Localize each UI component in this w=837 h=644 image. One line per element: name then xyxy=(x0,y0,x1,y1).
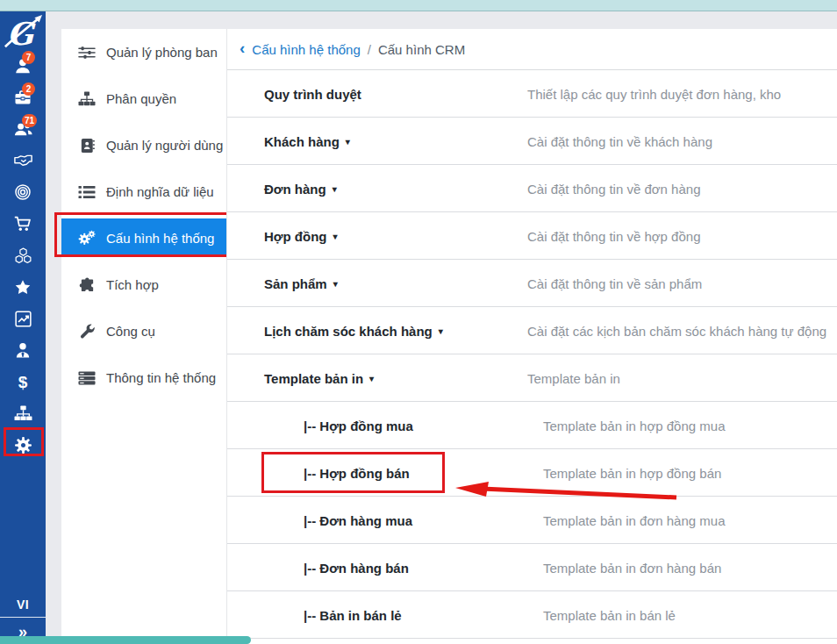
caret-down-icon: ▾ xyxy=(333,231,337,240)
sidebar-item-quan-ly-nguoi-dung[interactable]: Quản lý người dùng xyxy=(61,122,226,168)
svg-text:G: G xyxy=(7,16,36,52)
rail-item-finance[interactable]: $ xyxy=(0,366,46,397)
rail-item-settings[interactable] xyxy=(0,429,46,461)
rail-item-deals[interactable] xyxy=(0,145,46,176)
user-tie-icon xyxy=(14,341,32,359)
cogs-icon xyxy=(77,229,97,247)
address-book-icon xyxy=(77,137,97,154)
sidebar-item-label: Công cụ xyxy=(106,324,155,339)
back-chevron-icon[interactable]: ‹ xyxy=(240,39,245,56)
settings-sidebar: Quản lý phòng ban Phân quyền Quản lý ngư… xyxy=(61,29,226,644)
puzzle-icon xyxy=(77,276,97,293)
setting-label: |-- Hợp đồng mua xyxy=(304,418,413,433)
caret-down-icon: ▾ xyxy=(369,373,374,383)
setting-description: Template bản in hợp đồng bán xyxy=(543,465,721,480)
caret-down-icon: ▾ xyxy=(333,278,338,288)
wrench-icon xyxy=(77,323,97,340)
sidebar-item-label: Cấu hình hệ thống xyxy=(106,231,214,246)
rail-item-hr[interactable] xyxy=(0,334,46,366)
settings-row-hop-dong-mua[interactable]: |-- Hợp đồng mua Template bản in hợp đồn… xyxy=(227,402,837,449)
rail-item-customers[interactable]: 71 xyxy=(0,113,46,145)
setting-label: |-- Đơn hàng bán xyxy=(304,560,409,575)
sidebar-item-thong-tin-he-thong[interactable]: Thông tin hệ thống xyxy=(61,354,226,401)
settings-row-template-ban-in[interactable]: Template bản in▾ Template bản in xyxy=(227,354,837,402)
setting-description: Cài đặt thông tin về đơn hàng xyxy=(527,181,700,196)
caret-down-icon: ▾ xyxy=(333,183,337,193)
cart-icon xyxy=(14,216,32,232)
rail-item-favorites[interactable] xyxy=(0,271,46,303)
settings-row-ban-in-ban-le[interactable]: |-- Bản in bán lẻ Template bản in bán lẻ xyxy=(227,591,837,639)
sitemap-icon xyxy=(14,405,32,421)
breadcrumb-parent-link[interactable]: Cấu hình hệ thống xyxy=(252,42,360,57)
rail-item-reports[interactable] xyxy=(0,303,46,334)
sidebar-item-quan-ly-phong-ban[interactable]: Quản lý phòng ban xyxy=(61,29,226,75)
dollar-icon: $ xyxy=(18,374,28,390)
icon-rail: G 7 2 71 xyxy=(0,11,46,644)
rail-item-target[interactable] xyxy=(0,176,46,208)
settings-row-lich-cham-soc[interactable]: Lịch chăm sóc khách hàng▾ Cài đặt các kị… xyxy=(227,307,837,354)
setting-label: |-- Đơn hàng mua xyxy=(304,512,412,527)
rail-nav: 7 2 71 xyxy=(0,50,46,461)
sliders-icon xyxy=(77,46,97,60)
settings-content: ‹ Cấu hình hệ thống / Cấu hình CRM Quy t… xyxy=(226,29,837,644)
language-selector[interactable]: VI xyxy=(0,597,46,612)
settings-row-khach-hang[interactable]: Khách hàng▾ Cài đặt thông tin về khách h… xyxy=(227,118,837,165)
notification-badge: 71 xyxy=(22,114,37,127)
sidebar-item-label: Quản lý người dùng xyxy=(106,138,223,153)
handshake-icon xyxy=(13,154,33,168)
list-icon xyxy=(77,185,97,199)
settings-row-hop-dong-ban[interactable]: |-- Hợp đồng bán Template bản in hợp đồn… xyxy=(227,449,837,497)
setting-description: Thiết lập các quy trình duyệt đơn hàng, … xyxy=(527,86,781,101)
sidebar-item-label: Quản lý phòng ban xyxy=(106,45,218,60)
notification-badge: 7 xyxy=(22,51,35,64)
setting-label: Hợp đồng▾ xyxy=(264,228,338,243)
rail-item-organization[interactable] xyxy=(0,397,46,429)
target-icon xyxy=(14,183,32,201)
sidebar-item-label: Tích hợp xyxy=(106,277,159,292)
server-icon xyxy=(77,371,97,385)
app-logo-icon[interactable]: G xyxy=(2,14,44,53)
setting-label: Khách hàng▾ xyxy=(264,133,350,148)
gear-icon xyxy=(14,436,32,454)
breadcrumb: ‹ Cấu hình hệ thống / Cấu hình CRM xyxy=(227,29,837,70)
sidebar-item-tich-hop[interactable]: Tích hợp xyxy=(61,261,226,308)
sidebar-item-label: Phân quyền xyxy=(106,91,176,106)
settings-row-don-hang-ban[interactable]: |-- Đơn hàng bán Template bản in đơn hàn… xyxy=(227,544,837,591)
bottom-teal-bar xyxy=(0,636,251,644)
rail-item-toolbox[interactable]: 2 xyxy=(0,82,46,113)
setting-description: Template bản in xyxy=(527,370,620,385)
breadcrumb-current: Cấu hình CRM xyxy=(378,42,465,57)
setting-label: Sản phẩm▾ xyxy=(264,275,338,290)
setting-label: Lịch chăm sóc khách hàng▾ xyxy=(264,323,443,338)
sitemap-icon xyxy=(77,91,97,106)
settings-row-don-hang-mua[interactable]: |-- Đơn hàng mua Template bản in đơn hàn… xyxy=(227,497,837,544)
setting-description: Cài đặt thông tin về sản phẩm xyxy=(527,275,702,290)
sidebar-item-dinh-nghia-du-lieu[interactable]: Định nghĩa dữ liệu xyxy=(61,168,226,215)
window-top-strip xyxy=(0,0,837,11)
chart-line-icon xyxy=(15,311,32,327)
rail-item-products[interactable] xyxy=(0,240,46,271)
setting-description: Cài đặt thông tin về khách hàng xyxy=(527,133,712,148)
settings-row-quy-trinh-duyet[interactable]: Quy trình duyệt Thiết lập các quy trình … xyxy=(227,70,837,118)
breadcrumb-separator: / xyxy=(368,42,371,57)
settings-row-hop-dong[interactable]: Hợp đồng▾ Cài đặt thông tin về hợp đồng xyxy=(227,212,837,260)
sidebar-item-cau-hinh-he-thong[interactable]: Cấu hình hệ thống xyxy=(61,218,226,257)
setting-description: Template bản in đơn hàng bán xyxy=(543,560,721,575)
sidebar-item-label: Định nghĩa dữ liệu xyxy=(106,184,214,199)
rail-item-cart[interactable] xyxy=(0,208,46,240)
settings-row-san-pham[interactable]: Sản phẩm▾ Cài đặt thông tin về sản phẩm xyxy=(227,260,837,307)
cubes-icon xyxy=(14,247,32,264)
sidebar-item-phan-quyen[interactable]: Phân quyền xyxy=(61,75,226,122)
setting-label: |-- Bản in bán lẻ xyxy=(304,607,402,622)
setting-description: Template bản in đơn hàng mua xyxy=(543,512,725,527)
star-icon xyxy=(14,279,32,296)
rail-item-contacts[interactable]: 7 xyxy=(0,50,46,82)
setting-description: Cài đặt các kịch bản chăm sóc khách hàng… xyxy=(527,323,826,338)
setting-description: Cài đặt thông tin về hợp đồng xyxy=(527,228,700,243)
sidebar-item-label: Thông tin hệ thống xyxy=(106,370,216,385)
settings-row-don-hang[interactable]: Đơn hàng▾ Cài đặt thông tin về đơn hàng xyxy=(227,165,837,212)
notification-badge: 2 xyxy=(22,82,35,96)
rail-divider xyxy=(0,617,46,618)
sidebar-item-cong-cu[interactable]: Công cụ xyxy=(61,308,226,354)
caret-down-icon: ▾ xyxy=(439,326,443,335)
